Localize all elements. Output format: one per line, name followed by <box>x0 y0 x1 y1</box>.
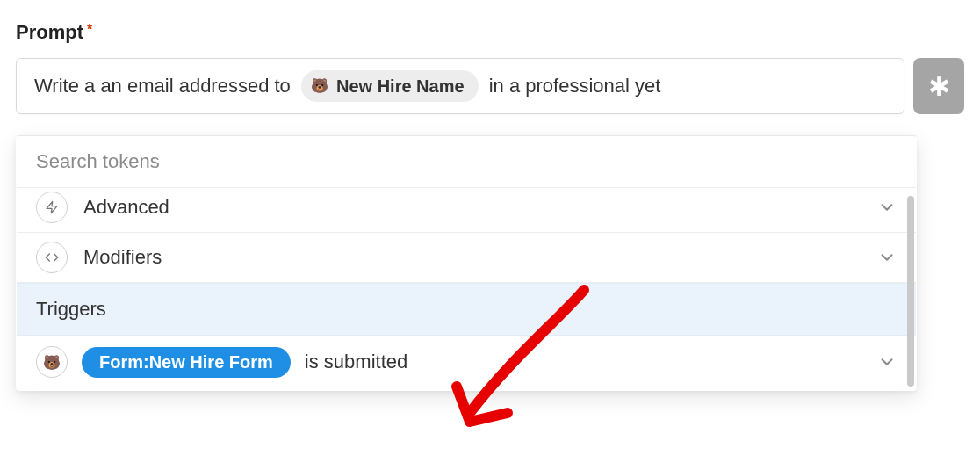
token-popover: Search tokens Advanced Modifiers Trigger… <box>16 135 917 391</box>
required-asterisk: * <box>87 23 92 37</box>
code-icon <box>36 242 68 273</box>
insert-token-button[interactable]: ✱ <box>913 58 964 114</box>
search-placeholder: Search tokens <box>36 150 160 172</box>
prompt-text-after: in a professional yet <box>484 73 661 100</box>
prompt-editor[interactable]: Write a an email addressed to 🐻 New Hire… <box>16 58 904 114</box>
triggers-section-title: Triggers <box>36 298 106 320</box>
category-advanced[interactable]: Advanced <box>17 188 916 233</box>
field-label: Prompt * <box>16 21 964 44</box>
category-label: Modifiers <box>83 246 162 269</box>
category-modifiers[interactable]: Modifiers <box>17 233 916 283</box>
triggers-section-header: Triggers <box>17 283 916 336</box>
search-tokens-input[interactable]: Search tokens <box>17 136 916 188</box>
form-chip-name: New Hire Form <box>149 352 273 373</box>
bear-icon: 🐻 <box>36 346 68 378</box>
bolt-icon <box>36 192 68 223</box>
chevron-down-icon <box>877 352 897 372</box>
form-chip: Form: New Hire Form <box>82 347 291 378</box>
svg-marker-0 <box>47 201 57 213</box>
chevron-down-icon <box>877 248 897 267</box>
chevron-down-icon <box>877 198 897 217</box>
trigger-form-new-hire[interactable]: 🐻 Form: New Hire Form is submitted <box>17 336 916 390</box>
bear-icon: 🐻 <box>310 76 329 96</box>
field-label-text: Prompt <box>16 21 83 44</box>
trigger-suffix-text: is submitted <box>305 351 407 373</box>
asterisk-icon: ✱ <box>928 71 950 102</box>
scrollbar[interactable] <box>907 196 914 387</box>
token-pill-label: New Hire Name <box>336 74 465 98</box>
token-pill-new-hire-name[interactable]: 🐻 New Hire Name <box>301 70 479 102</box>
prompt-text-before: Write a an email addressed to <box>34 73 296 100</box>
category-label: Advanced <box>83 196 169 219</box>
form-chip-prefix: Form: <box>99 352 149 373</box>
